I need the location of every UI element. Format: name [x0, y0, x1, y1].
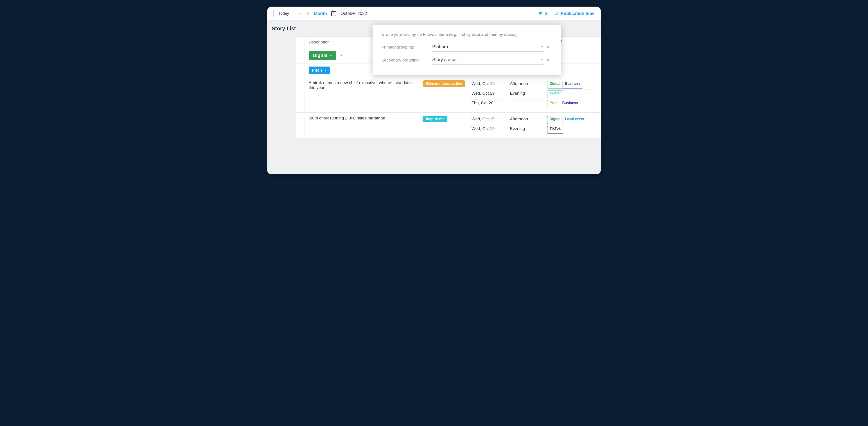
- platform-tag: Local news: [563, 116, 586, 124]
- secondary-group-label: Pitch: [312, 68, 322, 73]
- reason-badge: Give me perspective: [423, 80, 465, 87]
- publication-time: [510, 100, 543, 109]
- secondary-grouping-row: Secondary grouping: Story status ▼ ✕: [381, 56, 553, 64]
- chevron-down-icon: ▼: [330, 54, 332, 57]
- group-icon: [539, 11, 543, 16]
- publication-date: Wed, Oct 19: [471, 116, 505, 125]
- publication-time: Afternoon: [510, 116, 543, 125]
- publication-time: Evening: [510, 125, 543, 135]
- primary-group-label: Digital: [313, 53, 328, 58]
- platform-tag: Digital: [547, 116, 563, 124]
- secondary-grouping-value: Story status: [432, 57, 457, 62]
- primary-grouping-label: Primary grouping:: [381, 45, 432, 50]
- platform-cell: TikTok: [547, 125, 591, 135]
- chevron-down-icon: ▼: [540, 58, 543, 61]
- next-arrow-icon[interactable]: [305, 11, 311, 16]
- publication-date: Wed, Oct 19: [471, 90, 505, 100]
- primary-group-count: 7: [340, 53, 342, 58]
- platform-tag: Business: [563, 81, 583, 88]
- sort-icon: [555, 11, 559, 16]
- popover-hint: Group your lists by up to two criteria (…: [381, 32, 553, 37]
- story-description: Amtrak names a new chief executive, who …: [305, 77, 421, 112]
- primary-grouping-value: Platform: [432, 44, 450, 49]
- publication-time: Evening: [510, 90, 543, 100]
- story-row[interactable]: Amtrak names a new chief executive, who …: [296, 77, 601, 113]
- primary-grouping-clear[interactable]: ✕: [544, 45, 553, 50]
- platform-cell: DigitalBusiness: [547, 80, 591, 90]
- platform-tag: Digital: [547, 81, 563, 88]
- platform-cell: DigitalLocal news: [547, 115, 591, 125]
- primary-grouping-select[interactable]: Platform ▼: [432, 42, 544, 52]
- platform-cell: PrintBusiness: [547, 99, 591, 109]
- prev-arrow-icon[interactable]: [297, 11, 302, 16]
- today-button[interactable]: Today: [273, 10, 294, 17]
- publication-date: Wed, Oct 19: [471, 125, 505, 135]
- story-row[interactable]: Mum of six running 2,000 miles marathonI…: [296, 113, 601, 138]
- sort-label: Publication time: [561, 11, 595, 16]
- period-label: October 2022: [341, 11, 367, 16]
- platform-tag: Twitter: [547, 90, 563, 98]
- app-window: Today Month October 2022 2 Publication t…: [267, 7, 601, 174]
- publication-time: Afternoon: [510, 80, 543, 90]
- secondary-grouping-select[interactable]: Story status ▼: [432, 56, 544, 64]
- publication-date: Thu, Oct 20: [471, 100, 505, 109]
- secondary-grouping-label: Secondary grouping:: [381, 58, 432, 63]
- platform-cell: Twitter: [547, 90, 591, 99]
- platform-tag: Business: [560, 100, 580, 108]
- secondary-group-chip[interactable]: Pitch ▼: [309, 66, 330, 74]
- grouping-popover: Group your lists by up to two criteria (…: [373, 25, 561, 75]
- secondary-grouping-clear[interactable]: ✕: [544, 58, 553, 63]
- grouping-button[interactable]: 2: [539, 11, 548, 16]
- chevron-down-icon: ▼: [324, 69, 327, 72]
- group-count: 2: [545, 11, 548, 16]
- top-toolbar: Today Month October 2022 2 Publication t…: [267, 7, 601, 21]
- sort-button[interactable]: Publication time: [555, 11, 595, 16]
- primary-group-chip[interactable]: Digital ▼: [309, 51, 336, 60]
- reason-badge: Inspire me: [423, 116, 447, 122]
- platform-tag: TikTok: [547, 126, 563, 134]
- calendar-icon[interactable]: [331, 11, 336, 16]
- platform-tag: Print: [547, 100, 560, 108]
- story-description: Mum of six running 2,000 miles marathon: [305, 113, 421, 138]
- publication-date: Wed, Oct 19: [471, 80, 505, 90]
- primary-grouping-row: Primary grouping: Platform ▼ ✕: [381, 42, 553, 52]
- chevron-down-icon: ▼: [540, 45, 543, 48]
- view-switch[interactable]: Month: [314, 11, 327, 16]
